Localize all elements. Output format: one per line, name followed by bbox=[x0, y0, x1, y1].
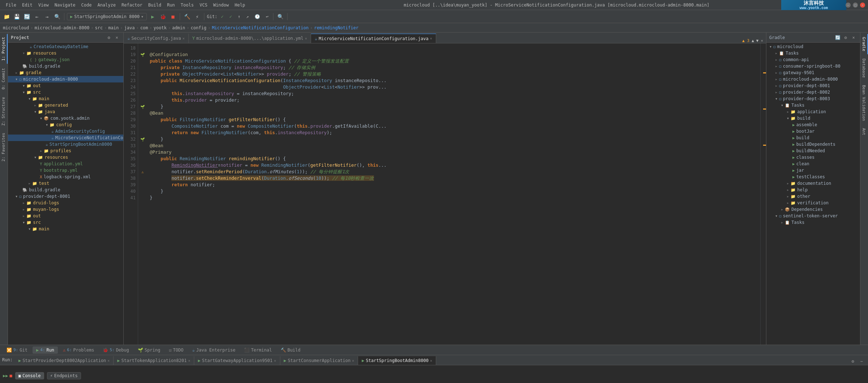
run-tab-admin8000[interactable]: ▶ StartSpringBootAdmin8000 × bbox=[358, 356, 436, 365]
gradle-provider-8003[interactable]: ▾ ◻ provider-dept-8003 bbox=[766, 95, 860, 102]
stop-run-button[interactable]: ■ bbox=[9, 373, 12, 378]
gradle-documentation[interactable]: ▸ 📁 documentation bbox=[766, 180, 860, 187]
run-config-selector[interactable]: ▶ StartSpringBootAdmin 8000 ▾ bbox=[67, 13, 147, 20]
menu-vcs[interactable]: VCS bbox=[197, 1, 210, 9]
tree-item-bootstrap-yml[interactable]: Y bootstrap.yml bbox=[8, 167, 123, 174]
run-tab-provider8002[interactable]: ▶ StartProviderDept8002Application × bbox=[15, 356, 114, 365]
tree-item-build-gradle1[interactable]: 🐘 build.gradle bbox=[8, 63, 123, 69]
tab-notification-config[interactable]: ☕ MicroServiceNotificationConfiguration.… bbox=[311, 34, 436, 43]
tree-item-resources2[interactable]: ▾ 📁 resources bbox=[8, 154, 123, 161]
git-commit-button[interactable]: ↗ bbox=[244, 13, 251, 20]
todo-tab[interactable]: ☑ TODO bbox=[165, 346, 187, 354]
tree-item-muyan-logs[interactable]: ▸ 📁 muyan-logs bbox=[8, 206, 123, 213]
gradle-bootjar[interactable]: ▶ bootJar bbox=[766, 128, 860, 135]
tree-item-confgatewaydatetime[interactable]: ☕ CreateGatewayDatetime bbox=[8, 43, 123, 50]
gradle-build-dependents[interactable]: ▶ buildDependents bbox=[766, 141, 860, 148]
git-tool-tab[interactable]: 🔀 9: Git bbox=[3, 346, 31, 354]
code-editor[interactable]: 18 19 20 21 22 23 24 25 26 27 28 29 30 3… bbox=[124, 43, 766, 345]
gradle-help[interactable]: ▸ 📁 help bbox=[766, 187, 860, 193]
bean-validation-tab[interactable]: Bean Validation bbox=[860, 82, 868, 124]
menu-view[interactable]: View bbox=[35, 1, 52, 9]
tree-item-druid-logs[interactable]: ▸ 📁 druid-logs bbox=[8, 200, 123, 206]
gradle-classes[interactable]: ▶ classes bbox=[766, 154, 860, 161]
minimize-button[interactable]: − bbox=[846, 3, 851, 8]
gradle-sentinel[interactable]: ▾ ◻ sentinel-token-server bbox=[766, 213, 860, 219]
open-folder-button[interactable]: 📁 bbox=[2, 12, 11, 21]
bc-main[interactable]: main bbox=[108, 25, 119, 30]
gradle-microcloud[interactable]: ▾ ◻ microcloud bbox=[766, 43, 860, 50]
gradle-admin-8000[interactable]: ▸ ◻ microcloud-admin-8000 bbox=[766, 76, 860, 82]
navigate-down-btn[interactable]: ▼ bbox=[756, 38, 759, 43]
gradle-build-group[interactable]: ▾ 📁 build bbox=[766, 115, 860, 122]
bc-method[interactable]: remindingNotifier bbox=[314, 25, 358, 30]
back-button[interactable]: ← bbox=[33, 12, 41, 21]
git-update-button[interactable]: ↑ bbox=[235, 13, 242, 20]
gradle-application[interactable]: ▸ 📁 application bbox=[766, 108, 860, 115]
search-everywhere-button[interactable]: 🔍 bbox=[276, 12, 285, 21]
gradle-side-tab[interactable]: Gradle bbox=[860, 34, 868, 54]
structure-tab[interactable]: Z: Structure bbox=[0, 94, 8, 128]
gradle-refresh-button[interactable]: 🔄 bbox=[834, 34, 841, 41]
tree-item-java[interactable]: ▾ 📁 java bbox=[8, 108, 123, 115]
gradle-tasks-top[interactable]: ▸ 📋 Tasks bbox=[766, 50, 860, 56]
gradle-close-button[interactable]: × bbox=[850, 34, 857, 41]
gradle-consumer-80[interactable]: ▸ ◻ consumer-springboot-80 bbox=[766, 63, 860, 69]
bc-admin-8000[interactable]: microcloud-admin-8000 bbox=[34, 25, 89, 30]
gradle-provider-8001[interactable]: ▸ ◻ provider-dept-8001 bbox=[766, 82, 860, 89]
gradle-dependencies[interactable]: ▸ 📦 Dependencies bbox=[766, 206, 860, 213]
debug-button[interactable]: 🐞 bbox=[158, 12, 167, 21]
run-settings-btn[interactable]: ⚙ bbox=[849, 358, 856, 365]
tree-item-gradle[interactable]: ▸ 📁 gradle bbox=[8, 69, 123, 76]
gradle-clean[interactable]: ▶ clean bbox=[766, 161, 860, 167]
terminal-tab[interactable]: ⬛ Terminal bbox=[241, 346, 276, 354]
git-pull-button[interactable]: ✓ bbox=[219, 13, 226, 20]
run-close-5[interactable]: × bbox=[430, 359, 432, 363]
tree-item-logback[interactable]: X logback-spring.xml bbox=[8, 174, 123, 180]
gradle-gateway-9501[interactable]: ▸ ◻ gateway-9501 bbox=[766, 69, 860, 76]
tree-item-main2[interactable]: ▾ 📁 main bbox=[8, 226, 123, 232]
endpoints-button[interactable]: ⚡ Endpoints bbox=[47, 372, 81, 379]
ant-tab[interactable]: Ant bbox=[860, 125, 868, 138]
panel-settings-button[interactable]: ⚙ bbox=[105, 34, 112, 41]
power-button[interactable]: ⚡ bbox=[193, 12, 201, 21]
menu-refactor[interactable]: Refactor bbox=[119, 1, 145, 9]
tree-item-profiles[interactable]: ▸ 📁 profiles bbox=[8, 148, 123, 154]
tree-item-start-admin[interactable]: ☕ StartSpringBootAdmin8000 bbox=[8, 141, 123, 148]
bc-java[interactable]: java bbox=[124, 25, 135, 30]
tree-item-build-gradle2[interactable]: 🐘 build.gradle bbox=[8, 187, 123, 193]
gradle-jar[interactable]: ▶ jar bbox=[766, 167, 860, 174]
tab-close-security[interactable]: × bbox=[183, 37, 185, 41]
tree-item-out[interactable]: ▾ 📁 out bbox=[8, 82, 123, 89]
gradle-sentinel-tasks[interactable]: ▸ 📋 Tasks bbox=[766, 219, 860, 226]
tree-item-notification-config[interactable]: ☕ MicroServiceNotificationConfigura... bbox=[8, 135, 123, 141]
menu-code[interactable]: Code bbox=[78, 1, 95, 9]
database-tab[interactable]: Database bbox=[860, 56, 868, 81]
bc-yootk[interactable]: yootk bbox=[154, 25, 167, 30]
tree-item-provider-8001[interactable]: ▾ ◻ provider-dept-8001 bbox=[8, 193, 123, 200]
java-enterprise-tab[interactable]: ☕ Java Enterprise bbox=[188, 346, 239, 354]
run-tab-token8201[interactable]: ▶ StartTokenApplication8201 × bbox=[114, 356, 194, 365]
bc-config[interactable]: config bbox=[191, 25, 206, 30]
tab-security-config[interactable]: ☕ SecurityConfig.java × bbox=[124, 34, 189, 43]
gradle-build-needed[interactable]: ▶ buildNeeded bbox=[766, 148, 860, 154]
run-tool-tab[interactable]: ▶ 4: Run bbox=[33, 346, 58, 354]
run-close-2[interactable]: × bbox=[188, 359, 190, 363]
run-button[interactable]: ▶ bbox=[148, 12, 157, 21]
gradle-test-classes[interactable]: ▶ testClasses bbox=[766, 174, 860, 180]
spring-tab[interactable]: 🌱 Spring bbox=[134, 346, 164, 354]
git-rollback-button[interactable]: ↩ bbox=[264, 13, 271, 20]
tree-item-src[interactable]: ▾ 📁 src bbox=[8, 89, 123, 95]
tree-item-com-yootk[interactable]: ▾ 📦 com.yootk.admin bbox=[8, 115, 123, 122]
sync-button[interactable]: 🔄 bbox=[22, 12, 31, 21]
maximize-button[interactable]: □ bbox=[853, 3, 858, 8]
tab-close-notification[interactable]: × bbox=[430, 37, 432, 41]
tree-item-application-yml[interactable]: Y application.yml bbox=[8, 161, 123, 167]
menu-tools[interactable]: Tools bbox=[178, 1, 197, 9]
search-button[interactable]: 🔍 bbox=[53, 12, 61, 21]
tree-item-gateway-json[interactable]: { } gateway.json bbox=[8, 56, 123, 63]
run-tab-gateway9501[interactable]: ▶ StartGatewayApplication9501 × bbox=[194, 356, 280, 365]
gradle-build-task[interactable]: ▶ build bbox=[766, 135, 860, 141]
menu-analyze[interactable]: Analyze bbox=[94, 1, 119, 9]
tree-item-src2[interactable]: ▾ 📁 src bbox=[8, 219, 123, 226]
close-inspection-btn[interactable]: × bbox=[761, 38, 763, 43]
